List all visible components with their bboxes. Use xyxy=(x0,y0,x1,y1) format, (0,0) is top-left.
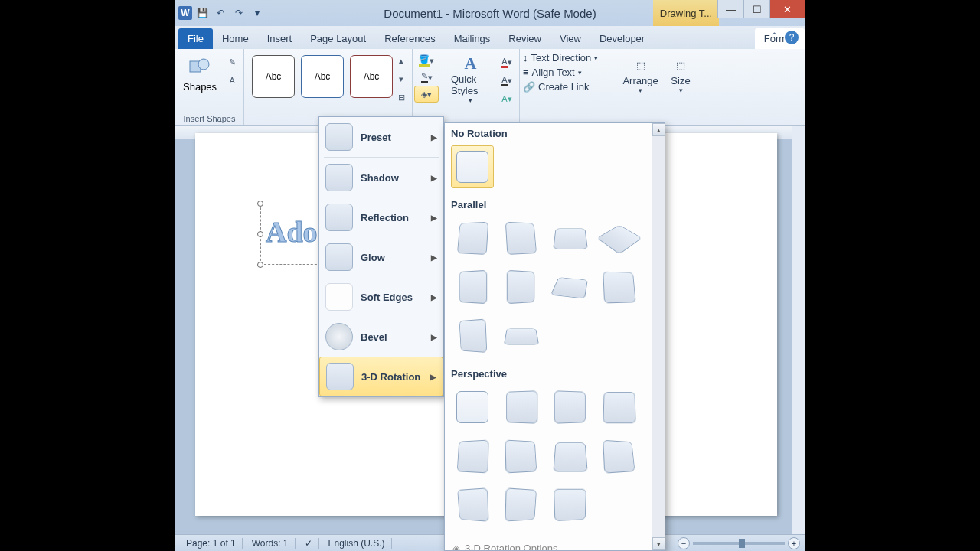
rotation-parallel-4[interactable] xyxy=(598,217,641,259)
tab-home[interactable]: Home xyxy=(213,28,258,49)
word-count[interactable]: Words: 1 xyxy=(246,538,296,549)
insert-shapes-label: Insert Shapes xyxy=(175,114,243,123)
effect-preset[interactable]: Preset▶ xyxy=(319,117,443,157)
shape-outline-button[interactable]: ✎▾ xyxy=(414,69,439,86)
rotation-parallel-3[interactable] xyxy=(549,217,592,259)
language-status[interactable]: English (U.S.) xyxy=(322,538,392,549)
rotation-parallel-9[interactable] xyxy=(451,315,494,357)
rotation-perspective-1[interactable] xyxy=(451,386,494,429)
close-button[interactable]: ✕ xyxy=(769,0,805,18)
rotation-perspective-9[interactable] xyxy=(451,484,494,527)
tab-insert[interactable]: Insert xyxy=(258,28,302,49)
zoom-controls: − + xyxy=(678,537,800,549)
titlebar: W 💾 ↶ ↷ ▾ Document1 - Microsoft Word (Sa… xyxy=(175,0,805,26)
wordart-styles-group: A Quick Styles ▾ A▾ A▾ A▾ xyxy=(443,49,520,125)
rotation-perspective-4[interactable] xyxy=(598,386,641,429)
effect-3d-rotation[interactable]: 3-D Rotation▶ xyxy=(319,357,443,396)
effect-glow[interactable]: Glow▶ xyxy=(319,237,443,277)
rotation-options-link[interactable]: ◈ 3-D Rotation Options... xyxy=(445,540,665,551)
gallery-scrollbar[interactable]: ▴ ▾ xyxy=(652,123,665,550)
redo-icon[interactable]: ↷ xyxy=(230,5,247,21)
shape-style-3[interactable]: Abc xyxy=(350,55,393,98)
no-rotation-header: No Rotation xyxy=(445,123,665,142)
link-icon: 🔗 xyxy=(523,81,535,93)
rotation-gallery: ▴ ▾ No Rotation Parallel Perspective ◈ 3… xyxy=(444,122,665,551)
vertical-scrollbar[interactable] xyxy=(792,126,805,534)
rotation-parallel-6[interactable] xyxy=(500,266,543,308)
text-outline-button[interactable]: A▾ xyxy=(498,72,516,89)
effect-reflection[interactable]: Reflection▶ xyxy=(319,197,443,237)
insert-shapes-group: Shapes ✎ A Insert Shapes xyxy=(175,49,244,125)
save-icon[interactable]: 💾 xyxy=(194,5,211,21)
shape-style-2[interactable]: Abc xyxy=(301,55,344,98)
size-button[interactable]: ⬚ Size ▾ xyxy=(667,52,694,97)
text-direction-icon: ↕ xyxy=(523,52,528,64)
tab-mailings[interactable]: Mailings xyxy=(445,28,500,49)
zoom-slider[interactable] xyxy=(693,542,785,545)
rotation-parallel-8[interactable] xyxy=(598,266,641,308)
rotation-perspective-5[interactable] xyxy=(451,435,494,478)
tab-developer[interactable]: Developer xyxy=(590,28,654,49)
word-icon: W xyxy=(178,6,192,20)
rotation-parallel-1[interactable] xyxy=(451,217,494,259)
rotation-perspective-11[interactable] xyxy=(549,484,592,527)
shape-effects-button[interactable]: ◈▾ xyxy=(414,86,439,103)
scroll-up-icon[interactable]: ▴ xyxy=(652,123,665,136)
text-box-button[interactable]: A xyxy=(223,72,241,89)
perspective-header: Perspective xyxy=(445,364,665,383)
chevron-right-icon: ▶ xyxy=(431,133,437,142)
proofing-icon[interactable]: ✓ xyxy=(299,538,319,549)
text-fill-button[interactable]: A▾ xyxy=(498,54,516,70)
tab-file[interactable]: File xyxy=(178,28,213,49)
tab-review[interactable]: Review xyxy=(499,28,550,49)
chevron-right-icon: ▶ xyxy=(431,174,437,182)
text-effects-button[interactable]: A▾ xyxy=(498,90,516,107)
shape-style-1[interactable]: Abc xyxy=(252,55,295,98)
create-link-button[interactable]: 🔗Create Link xyxy=(523,81,616,93)
undo-icon[interactable]: ↶ xyxy=(212,5,229,21)
align-text-button[interactable]: ≡Align Text▾ xyxy=(523,67,616,78)
chevron-right-icon: ▶ xyxy=(431,253,437,262)
minimize-button[interactable]: — xyxy=(717,0,743,18)
zoom-in-button[interactable]: + xyxy=(788,537,800,549)
rotation-perspective-6[interactable] xyxy=(500,435,543,478)
page-status[interactable]: Page: 1 of 1 xyxy=(180,538,243,549)
shapes-label: Shapes xyxy=(183,81,217,93)
arrange-button[interactable]: ⬚ Arrange ▾ xyxy=(624,52,657,97)
align-text-icon: ≡ xyxy=(523,67,529,78)
quick-styles-button[interactable]: A Quick Styles ▾ xyxy=(446,52,495,107)
gallery-down-icon[interactable]: ▾ xyxy=(392,70,410,87)
shape-fill-button[interactable]: 🪣▾ xyxy=(414,52,439,69)
text-direction-button[interactable]: ↕Text Direction▾ xyxy=(523,52,616,64)
rotation-perspective-2[interactable] xyxy=(500,386,543,429)
rotation-perspective-10[interactable] xyxy=(500,484,543,527)
tab-view[interactable]: View xyxy=(550,28,590,49)
scroll-down-icon[interactable]: ▾ xyxy=(652,537,665,550)
rotation-parallel-2[interactable] xyxy=(500,217,543,259)
rotation-parallel-10[interactable] xyxy=(500,315,543,357)
effect-shadow[interactable]: Shadow▶ xyxy=(319,158,443,197)
qat-dropdown-icon[interactable]: ▾ xyxy=(249,5,266,21)
zoom-out-button[interactable]: − xyxy=(678,537,690,549)
help-icon[interactable]: ? xyxy=(785,31,799,44)
rotation-none[interactable] xyxy=(451,145,494,188)
effect-soft-edges[interactable]: Soft Edges▶ xyxy=(319,277,443,317)
chevron-right-icon: ▶ xyxy=(431,214,437,222)
rotation-perspective-7[interactable] xyxy=(549,435,592,478)
parallel-header: Parallel xyxy=(445,194,665,214)
rotation-parallel-5[interactable] xyxy=(451,266,494,308)
gallery-up-icon[interactable]: ▴ xyxy=(392,52,410,69)
chevron-right-icon: ▶ xyxy=(431,293,437,302)
tab-references[interactable]: References xyxy=(375,28,444,49)
maximize-button[interactable]: ☐ xyxy=(743,0,769,18)
tab-page-layout[interactable]: Page Layout xyxy=(301,28,375,49)
gallery-more-icon[interactable]: ⊟ xyxy=(392,89,410,106)
svg-point-1 xyxy=(198,59,209,70)
shapes-button[interactable]: Shapes xyxy=(180,52,220,96)
effect-bevel[interactable]: Bevel▶ xyxy=(319,317,443,357)
rotation-parallel-7[interactable] xyxy=(549,266,592,308)
rotation-perspective-3[interactable] xyxy=(549,386,592,429)
rotation-perspective-8[interactable] xyxy=(598,435,641,478)
edit-shape-button[interactable]: ✎ xyxy=(223,54,241,70)
minimize-ribbon-icon[interactable]: ⌃ xyxy=(770,31,779,44)
